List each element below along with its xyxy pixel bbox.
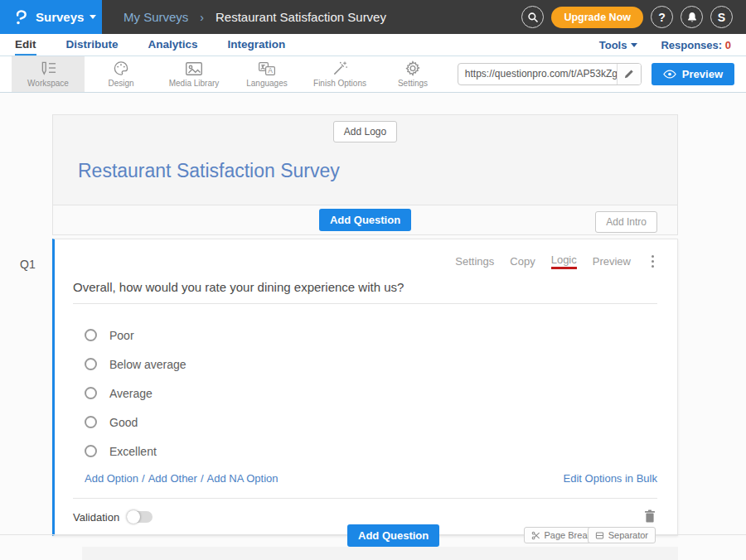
finish-options-icon: [332, 60, 348, 76]
radio-icon[interactable]: [85, 329, 97, 341]
questionpro-logo-icon: [15, 9, 28, 26]
question-more-menu[interactable]: [648, 253, 657, 269]
validation-toggle[interactable]: [127, 511, 153, 523]
radio-icon[interactable]: [85, 445, 97, 457]
question-text[interactable]: Overall, how would you rate your dining …: [73, 280, 657, 304]
notifications-button[interactable]: [681, 6, 703, 28]
design-icon: [113, 60, 129, 76]
validation-label: Validation: [73, 511, 119, 524]
media-library-icon: [185, 61, 203, 76]
tools-menu[interactable]: Tools: [599, 39, 638, 51]
question-card: Settings Copy Logic Preview Overall, how…: [52, 239, 678, 536]
add-logo-button[interactable]: Add Logo: [333, 121, 397, 142]
breadcrumb-separator: ›: [200, 11, 204, 24]
share-url-text[interactable]: https://questionpro.com/t/AP53kZgTV: [458, 64, 617, 84]
separator-icon: [595, 531, 604, 540]
option-row[interactable]: Excellent: [85, 437, 657, 466]
chevron-down-icon: [90, 15, 96, 19]
languages-icon: A: [258, 61, 276, 76]
question-settings-link[interactable]: Settings: [455, 255, 494, 268]
upgrade-now-button[interactable]: Upgrade Now: [551, 7, 643, 28]
delete-question-button[interactable]: [642, 508, 657, 527]
responses-count: 0: [725, 39, 731, 51]
trash-icon: [644, 509, 656, 523]
topbar-actions: Upgrade Now ? S: [521, 6, 746, 28]
breadcrumb-survey-title: Restaurant Satisfaction Survey: [216, 10, 386, 24]
search-button[interactable]: [521, 6, 544, 28]
breadcrumb-my-surveys[interactable]: My Surveys: [124, 10, 188, 24]
add-question-button-bottom[interactable]: Add Question: [347, 524, 439, 547]
edit-toolbar: Workspace Design Media Library A Languag…: [0, 56, 746, 93]
add-other-link[interactable]: Add Other: [148, 472, 197, 485]
responses-counter[interactable]: Responses: 0: [661, 39, 731, 51]
breadcrumb: My Surveys › Restaurant Satisfaction Sur…: [124, 10, 386, 24]
bell-icon: [686, 12, 698, 23]
question-copy-link[interactable]: Copy: [510, 255, 535, 268]
option-row[interactable]: Average: [85, 379, 657, 408]
add-option-link[interactable]: Add Option: [85, 472, 138, 485]
add-question-row: Add Question Add Intro: [52, 205, 678, 235]
radio-icon[interactable]: [85, 387, 97, 399]
tab-analytics[interactable]: Analytics: [148, 34, 198, 56]
top-bar: Surveys My Surveys › Restaurant Satisfac…: [0, 0, 746, 34]
toolbar-item-design[interactable]: Design: [85, 56, 157, 92]
tab-integration[interactable]: Integration: [228, 34, 286, 56]
edit-options-in-bulk-link[interactable]: Edit Options in Bulk: [564, 472, 657, 485]
question-number: Q1: [20, 258, 36, 271]
option-row[interactable]: Poor: [85, 321, 657, 350]
question-logic-link[interactable]: Logic: [551, 253, 577, 269]
toolbar-item-languages[interactable]: A Languages: [230, 56, 303, 92]
option-row[interactable]: Good: [85, 408, 657, 437]
chevron-down-icon: [631, 43, 637, 47]
survey-card: Add Logo Restaurant Satisfaction Survey …: [52, 114, 678, 536]
toolbar-item-finish-options[interactable]: Finish Options: [303, 56, 376, 92]
radio-icon[interactable]: [85, 358, 97, 370]
tab-edit[interactable]: Edit: [15, 34, 36, 56]
help-button[interactable]: ?: [651, 6, 673, 28]
answer-options: Poor Below average Average Good Excellen…: [85, 321, 657, 466]
workspace-icon: [40, 60, 57, 76]
product-name: Surveys: [36, 10, 96, 24]
next-section-placeholder: [82, 547, 678, 560]
add-intro-button[interactable]: Add Intro: [595, 211, 657, 233]
separator-button[interactable]: Separator: [588, 527, 656, 543]
scissors-icon: [531, 531, 540, 540]
question-preview-link[interactable]: Preview: [593, 255, 631, 268]
add-na-option-link[interactable]: Add NA Option: [207, 472, 279, 485]
preview-button[interactable]: Preview: [652, 63, 734, 85]
nav-tabs: Edit Distribute Analytics Integration: [15, 34, 285, 56]
edit-url-button[interactable]: [617, 64, 641, 84]
survey-nav: Edit Distribute Analytics Integration To…: [0, 34, 746, 56]
add-question-button-top[interactable]: Add Question: [319, 209, 411, 231]
toolbar-item-media-library[interactable]: Media Library: [157, 56, 230, 92]
tab-distribute[interactable]: Distribute: [66, 34, 119, 56]
option-row[interactable]: Below average: [85, 350, 657, 379]
svg-text:A: A: [268, 66, 273, 75]
question-actions: Settings Copy Logic Preview: [73, 253, 657, 269]
radio-icon[interactable]: [85, 416, 97, 428]
toolbar-item-settings[interactable]: Settings: [376, 56, 449, 92]
toolbar-item-workspace[interactable]: Workspace: [12, 56, 85, 92]
survey-header: Add Logo Restaurant Satisfaction Survey: [52, 114, 678, 205]
settings-icon: [404, 60, 421, 76]
survey-canvas: Q1 Add Logo Restaurant Satisfaction Surv…: [0, 93, 746, 560]
option-links-row: Add Option/Add Other/Add NA Option Edit …: [85, 472, 657, 485]
pencil-icon: [623, 69, 634, 80]
product-switcher[interactable]: Surveys: [0, 0, 102, 34]
search-icon: [527, 12, 539, 23]
nav-right: Tools Responses: 0: [599, 34, 731, 56]
eye-icon: [663, 70, 676, 79]
avatar[interactable]: S: [710, 6, 733, 28]
share-url-field: https://questionpro.com/t/AP53kZgTV: [458, 63, 642, 85]
survey-title[interactable]: Restaurant Satisfaction Survey: [53, 142, 677, 205]
